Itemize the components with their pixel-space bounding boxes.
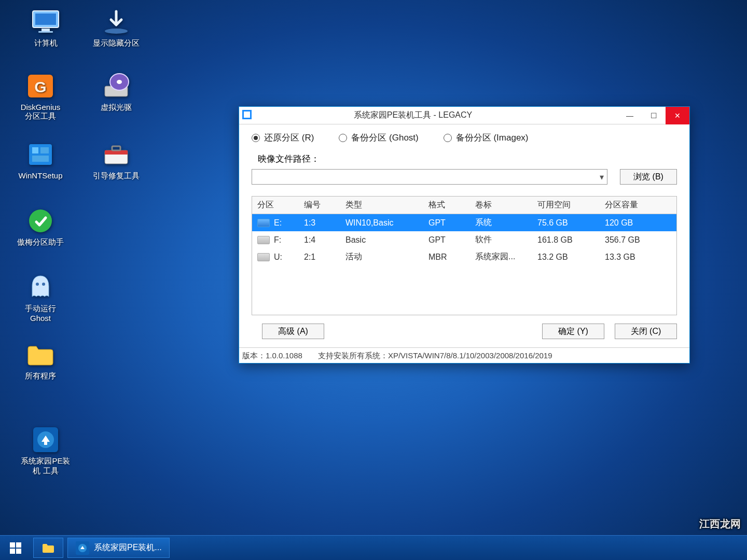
chevron-down-icon: ▾	[600, 172, 604, 182]
statusbar: 版本：1.0.0.1088 支持安装所有系统：XP/VISTA/WIN7/8/8…	[239, 347, 689, 363]
radio-dot-icon	[252, 134, 260, 142]
desktop-icon-label: WinNTSetup	[18, 171, 62, 180]
col-number[interactable]: 编号	[299, 197, 340, 214]
image-path-label: 映像文件路径：	[252, 153, 320, 165]
pe-tool-icon	[29, 425, 62, 454]
taskbar-item-label: 系统家园PE装机...	[94, 542, 162, 553]
desktop-icon-label: 引导修复工具	[93, 171, 140, 181]
minimize-button[interactable]: —	[618, 107, 642, 124]
desktop-icon-boot-repair[interactable]: 引导修复工具	[85, 140, 147, 181]
radio-backup-imagex[interactable]: 备份分区 (Imagex)	[444, 132, 529, 144]
browse-button[interactable]: 浏览 (B)	[620, 169, 677, 185]
svg-rect-1	[35, 13, 56, 25]
aomei-icon	[24, 206, 57, 235]
svg-rect-25	[10, 542, 15, 548]
advanced-button[interactable]: 高级 (A)	[262, 324, 324, 339]
desktop-icon-ghost[interactable]: 手动运行 Ghost	[9, 273, 72, 323]
desktop-icon-diskgenius[interactable]: G DiskGenius 分区工具	[9, 72, 72, 121]
radio-label: 还原分区 (R)	[264, 132, 314, 144]
close-button[interactable]: ✕	[666, 107, 689, 124]
maximize-button[interactable]: ☐	[642, 107, 666, 124]
svg-point-4	[105, 29, 128, 34]
ghost-icon	[24, 273, 57, 302]
svg-rect-16	[112, 146, 120, 150]
pe-install-tool-window: 系统家园PE装机工具 - LEGACY — ☐ ✕ 还原分区 (R) 备份分区 …	[239, 106, 690, 363]
table-header-row: 分区 编号 类型 格式 卷标 可用空间 分区容量	[252, 197, 676, 214]
taskbar: 系统家园PE装机...	[0, 535, 747, 560]
radio-restore-partition[interactable]: 还原分区 (R)	[252, 132, 314, 144]
desktop-icon-label: 傲梅分区助手	[17, 237, 64, 247]
radio-dot-icon	[339, 134, 347, 142]
close-window-button[interactable]: 关闭 (C)	[615, 324, 677, 339]
desktop-icon-label: 系统家园PE装 机 工具	[21, 456, 70, 476]
col-type[interactable]: 类型	[340, 197, 423, 214]
svg-rect-3	[38, 31, 53, 33]
desktop-icon-all-programs[interactable]: 所有程序	[9, 340, 72, 381]
drive-icon	[257, 219, 270, 227]
watermark-text: 江西龙网	[699, 517, 741, 531]
optical-drive-icon	[100, 72, 133, 101]
version-label: 版本：1.0.0.1088	[242, 351, 302, 361]
folder-icon	[41, 541, 56, 555]
drive-icon	[257, 236, 270, 244]
col-capacity[interactable]: 分区容量	[600, 197, 676, 214]
svg-rect-11	[32, 147, 38, 153]
window-title: 系统家园PE装机工具 - LEGACY	[255, 110, 618, 121]
desktop-icon-winntsetup[interactable]: WinNTSetup	[9, 140, 72, 180]
winntsetup-icon	[24, 140, 57, 169]
app-icon	[239, 110, 255, 121]
desktop-icon-label: 所有程序	[25, 371, 56, 381]
svg-point-18	[36, 283, 39, 286]
desktop-icon-pe-install-tool[interactable]: 系统家园PE装 机 工具	[9, 425, 82, 476]
svg-rect-24	[244, 111, 250, 118]
radio-label: 备份分区 (Ghost)	[351, 132, 418, 144]
support-label: 支持安装所有系统：XP/VISTA/WIN7/8/8.1/10/2003/200…	[318, 351, 686, 361]
desktop-icon-computer[interactable]: 计算机	[15, 7, 77, 48]
desktop-icon-virtual-cd[interactable]: 虚拟光驱	[85, 72, 147, 113]
partition-table[interactable]: 分区 编号 类型 格式 卷标 可用空间 分区容量 E: 1:3 WIN10,Ba…	[252, 196, 677, 315]
col-free[interactable]: 可用空间	[532, 197, 600, 214]
pe-tool-icon	[75, 541, 90, 555]
windows-icon	[9, 541, 22, 555]
radio-label: 备份分区 (Imagex)	[456, 132, 529, 144]
svg-rect-13	[32, 156, 49, 162]
desktop-icon-show-hidden-partition[interactable]: 显示隐藏分区	[85, 7, 147, 48]
taskbar-pe-tool[interactable]: 系统家园PE装机...	[67, 538, 170, 558]
taskbar-explorer[interactable]	[33, 538, 63, 558]
svg-rect-28	[16, 549, 21, 554]
col-format[interactable]: 格式	[423, 197, 470, 214]
svg-point-17	[29, 209, 52, 232]
toolbox-icon	[100, 140, 133, 169]
table-row[interactable]: E: 1:3 WIN10,Basic GPT 系统 75.6 GB 120 GB	[252, 214, 676, 232]
diskgenius-icon: G	[24, 72, 57, 101]
svg-rect-2	[42, 29, 50, 31]
computer-icon	[29, 7, 62, 36]
titlebar[interactable]: 系统家园PE装机工具 - LEGACY — ☐ ✕	[239, 107, 689, 124]
svg-point-9	[117, 80, 122, 84]
svg-rect-12	[40, 147, 49, 153]
svg-text:G: G	[34, 78, 46, 95]
table-row[interactable]: U: 2:1 活动 MBR 系统家园... 13.2 GB 13.3 GB	[252, 248, 676, 265]
radio-dot-icon	[444, 134, 452, 142]
svg-rect-22	[44, 441, 47, 445]
folder-icon	[24, 340, 57, 369]
col-partition[interactable]: 分区	[252, 197, 299, 214]
start-button[interactable]	[0, 536, 31, 560]
desktop-icon-aomei[interactable]: 傲梅分区助手	[9, 206, 72, 247]
image-path-combo[interactable]: ▾	[252, 169, 607, 185]
table-row[interactable]: F: 1:4 Basic GPT 软件 161.8 GB 356.7 GB	[252, 231, 676, 248]
drive-icon	[257, 253, 270, 261]
svg-rect-26	[16, 542, 21, 548]
col-volume[interactable]: 卷标	[470, 197, 532, 214]
desktop-icon-label: DiskGenius 分区工具	[21, 103, 61, 121]
desktop-icon-label: 虚拟光驱	[101, 103, 132, 113]
download-icon	[100, 7, 133, 36]
ok-button[interactable]: 确定 (Y)	[542, 324, 604, 339]
radio-backup-ghost[interactable]: 备份分区 (Ghost)	[339, 132, 418, 144]
svg-rect-27	[10, 549, 15, 554]
desktop-icon-label: 手动运行 Ghost	[25, 304, 56, 323]
desktop-icon-label: 显示隐藏分区	[93, 38, 140, 48]
desktop-icon-label: 计算机	[34, 38, 58, 48]
svg-point-19	[42, 283, 45, 286]
